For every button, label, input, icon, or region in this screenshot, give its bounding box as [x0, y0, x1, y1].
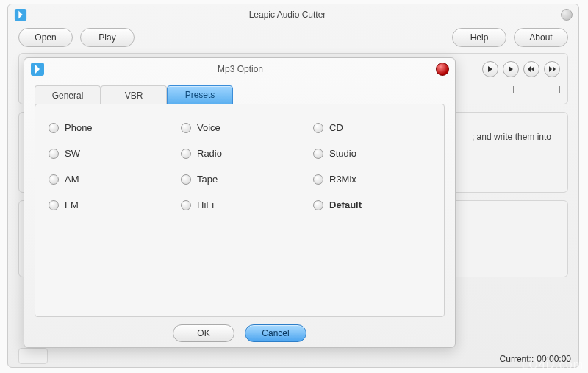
radio-icon [49, 174, 59, 185]
fastforward-icon [548, 66, 556, 72]
dialog-titlebar: Mp3 Option [24, 58, 455, 80]
radio-icon [313, 174, 323, 185]
radio-icon [181, 123, 191, 133]
dialog-app-icon [30, 62, 45, 77]
preset-label: AM [65, 174, 79, 185]
close-button[interactable] [436, 63, 449, 76]
preset-studio[interactable]: Studio [313, 148, 431, 159]
preset-label: Voice [197, 122, 220, 133]
status-label: Current:: [500, 354, 534, 364]
preset-label: Studio [329, 148, 356, 159]
preset-default[interactable]: Default [313, 199, 431, 210]
next-icon [508, 66, 514, 72]
about-button[interactable]: About [514, 28, 568, 47]
playback-controls [482, 61, 560, 77]
cancel-button[interactable]: Cancel [245, 324, 306, 342]
app-icon-wrap [14, 8, 33, 21]
dialog-tabs: General VBR Presets [35, 85, 445, 104]
preset-grid: PhoneVoiceCDSWRadioStudioAMTapeR3MixFMHi… [49, 122, 431, 210]
mp3-option-dialog: Mp3 Option General VBR Presets PhoneVoic… [24, 57, 456, 348]
preset-tape[interactable]: Tape [181, 174, 298, 185]
radio-icon [313, 123, 323, 133]
main-toolbar: Open Play Help About [8, 25, 578, 53]
radio-icon [49, 123, 59, 133]
main-title: Leapic Audio Cutter [14, 10, 561, 20]
main-titlebar: Leapic Audio Cutter [8, 4, 578, 25]
radio-icon [49, 149, 59, 159]
preset-phone[interactable]: Phone [49, 122, 166, 133]
radio-icon [313, 200, 323, 210]
radio-icon [181, 149, 191, 159]
preset-label: SW [65, 148, 80, 159]
preset-radio[interactable]: Radio [181, 148, 298, 159]
toolbar-spacer [142, 28, 445, 47]
app-icon [14, 8, 27, 21]
ok-button[interactable]: OK [173, 324, 234, 342]
play-button[interactable]: Play [80, 28, 135, 47]
rewind-icon-button[interactable] [523, 61, 539, 77]
rewind-icon [528, 66, 535, 72]
preset-sw[interactable]: SW [49, 148, 166, 159]
tab-general[interactable]: General [35, 85, 101, 104]
fastforward-icon-button[interactable] [544, 61, 560, 77]
tab-presets[interactable]: Presets [167, 85, 233, 104]
preset-label: Default [329, 199, 362, 210]
preset-label: Phone [65, 122, 93, 133]
play-icon [487, 66, 493, 72]
minimize-orb[interactable] [561, 9, 573, 21]
help-button[interactable]: Help [452, 28, 506, 47]
dialog-button-row: OK Cancel [24, 324, 455, 342]
preset-label: FM [65, 199, 79, 210]
preset-hifi[interactable]: HiFi [181, 199, 298, 210]
radio-icon [181, 174, 191, 185]
status-value: 00:00:00 [537, 354, 571, 364]
preset-voice[interactable]: Voice [181, 122, 298, 133]
next-icon-button[interactable] [503, 61, 519, 77]
presets-tab-panel: PhoneVoiceCDSWRadioStudioAMTapeR3MixFMHi… [35, 104, 445, 317]
preset-label: Tape [197, 174, 218, 185]
status-mini-panel [18, 348, 48, 364]
preset-label: HiFi [197, 199, 214, 210]
statusbar: Current:: 00:00:00 [500, 354, 571, 364]
radio-icon [313, 149, 323, 159]
open-button[interactable]: Open [18, 28, 73, 47]
tab-vbr[interactable]: VBR [101, 85, 167, 104]
preset-cd[interactable]: CD [313, 122, 431, 133]
dialog-title: Mp3 Option [45, 64, 436, 74]
preset-label: Radio [197, 148, 222, 159]
play-icon-button[interactable] [482, 61, 498, 77]
radio-icon [49, 200, 59, 210]
preset-r3mix[interactable]: R3Mix [313, 174, 431, 185]
preset-label: R3Mix [329, 174, 356, 185]
preset-fm[interactable]: FM [49, 199, 166, 210]
preset-label: CD [329, 122, 343, 133]
preset-am[interactable]: AM [49, 174, 166, 185]
radio-icon [181, 200, 191, 210]
